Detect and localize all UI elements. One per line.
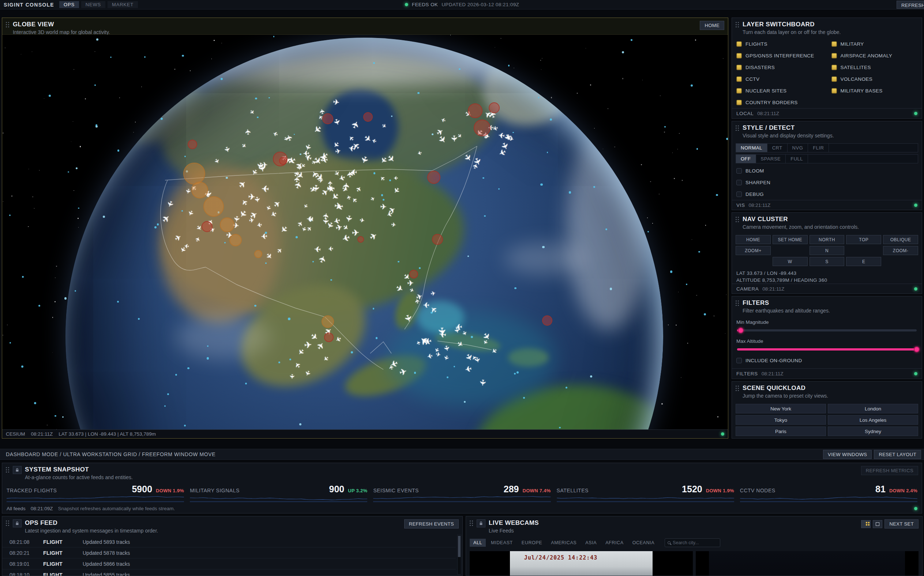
region-tab[interactable]: ALL <box>470 539 486 547</box>
feed-row[interactable]: 08:19:01 FLIGHT Updated 5866 tracks <box>2 558 456 570</box>
aircraft-icon[interactable]: ✈ <box>260 232 268 241</box>
scrollbar-thumb[interactable] <box>458 536 460 557</box>
layer-toggle[interactable]: VOLCANOES <box>827 73 922 85</box>
aircraft-icon[interactable]: ✈ <box>455 322 463 332</box>
city-preset-button[interactable]: Los Angeles <box>828 415 918 425</box>
region-tab[interactable]: EUROPE <box>518 539 546 547</box>
layer-toggle[interactable]: MILITARY <box>827 38 922 50</box>
ops-feed-scrollbar[interactable] <box>457 535 461 574</box>
drag-handle-icon[interactable] <box>6 520 10 526</box>
next-set-button[interactable]: NEXT SET <box>884 519 919 528</box>
drag-handle-icon[interactable] <box>736 217 739 222</box>
slider-thumb[interactable] <box>914 347 919 352</box>
feed-row[interactable]: 08:18:10 FLIGHT Updated 5855 tracks <box>2 570 456 576</box>
top-tab[interactable]: MARKET <box>107 1 138 8</box>
max-altitude-slider[interactable] <box>737 347 917 352</box>
aircraft-icon[interactable]: ✈ <box>478 379 488 386</box>
city-preset-button[interactable]: Paris <box>736 427 826 436</box>
aircraft-icon[interactable]: ✈ <box>332 98 340 107</box>
drag-handle-icon[interactable] <box>736 386 739 392</box>
layer-toggle[interactable]: MILITARY BASES <box>827 85 922 96</box>
city-preset-button[interactable]: London <box>828 404 918 413</box>
drag-handle-icon[interactable] <box>6 22 10 28</box>
view-windows-button[interactable]: VIEW WINDOWS <box>823 450 872 459</box>
camera-nav-button[interactable]: TOP <box>846 235 881 244</box>
city-search-box[interactable] <box>665 538 720 547</box>
camera-nav-button[interactable]: N <box>810 246 845 255</box>
lock-button[interactable] <box>13 466 22 474</box>
layer-toggle[interactable]: CCTV <box>732 73 827 85</box>
city-preset-button[interactable]: Sydney <box>828 427 918 436</box>
density-mode-button[interactable]: FULL <box>786 155 808 163</box>
min-magnitude-slider[interactable] <box>737 328 917 333</box>
aircraft-icon[interactable]: ✈ <box>310 184 321 192</box>
aircraft-icon[interactable]: ✈ <box>318 177 323 184</box>
density-mode-button[interactable]: OFF <box>736 155 756 163</box>
aircraft-icon[interactable]: ✈ <box>407 279 414 288</box>
feed-row[interactable]: 08:20:21 FLIGHT Updated 5878 tracks <box>2 547 456 558</box>
drag-handle-icon[interactable] <box>736 301 739 306</box>
aircraft-icon[interactable]: ✈ <box>334 201 342 211</box>
layer-toggle[interactable]: GPS/GNSS INTERFERENCE <box>732 50 827 61</box>
aircraft-icon[interactable]: ✈ <box>393 175 398 181</box>
single-view-button[interactable] <box>873 520 882 528</box>
camera-nav-button[interactable]: ZOOM+ <box>736 246 771 255</box>
style-mode-button[interactable]: NORMAL <box>736 144 767 152</box>
region-tab[interactable]: ASIA <box>582 539 600 547</box>
lock-button[interactable] <box>476 519 485 527</box>
layer-toggle[interactable]: FLIGHTS <box>732 38 827 50</box>
top-tab[interactable]: OPS <box>59 1 79 8</box>
camera-nav-button[interactable]: NORTH <box>810 235 845 244</box>
region-tab[interactable]: AMERICAS <box>547 539 580 547</box>
slider-thumb[interactable] <box>738 328 744 333</box>
aircraft-icon[interactable]: ✈ <box>321 218 330 224</box>
refresh-metrics-button[interactable]: REFRESH METRICS <box>861 466 918 475</box>
top-tab[interactable]: NEWS <box>81 1 105 8</box>
aircraft-icon[interactable]: ✈ <box>261 183 269 194</box>
style-toggle[interactable]: SHARPEN <box>732 176 922 188</box>
region-tab[interactable]: AFRICA <box>602 539 627 547</box>
city-preset-button[interactable]: New York <box>736 404 826 413</box>
style-toggle[interactable]: DEBUG <box>732 188 922 200</box>
aircraft-icon[interactable]: ✈ <box>380 203 387 211</box>
density-mode-button[interactable]: SPARSE <box>756 155 786 163</box>
style-mode-button[interactable]: CRT <box>767 144 788 152</box>
layer-toggle[interactable]: NUCLEAR SITES <box>732 85 827 96</box>
layer-toggle[interactable]: DISASTERS <box>732 61 827 73</box>
camera-nav-button[interactable]: E <box>846 257 881 266</box>
drag-handle-icon[interactable] <box>6 467 10 473</box>
home-button[interactable]: HOME <box>700 21 724 30</box>
aircraft-icon[interactable]: ✈ <box>314 244 322 254</box>
aircraft-icon[interactable]: ✈ <box>303 149 310 158</box>
aircraft-icon[interactable]: ✈ <box>243 128 253 135</box>
layer-toggle[interactable]: AIRSPACE ANOMALY <box>827 50 922 61</box>
webcam-thumb[interactable] <box>696 551 919 576</box>
aircraft-icon[interactable]: ✈ <box>306 214 313 224</box>
style-mode-button[interactable]: NVG <box>788 144 808 152</box>
include-on-ground-toggle[interactable]: INCLUDE ON-GROUND <box>732 355 922 366</box>
reset-layout-button[interactable]: RESET LAYOUT <box>874 450 921 459</box>
refresh-events-button[interactable]: REFRESH EVENTS <box>404 519 459 528</box>
city-preset-button[interactable]: Tokyo <box>736 415 826 425</box>
aircraft-icon[interactable]: ✈ <box>328 245 334 253</box>
lock-button[interactable] <box>13 519 22 527</box>
layer-toggle[interactable]: SATELLITES <box>827 61 922 73</box>
camera-nav-button[interactable]: SET HOME <box>773 235 808 244</box>
city-search-input[interactable] <box>673 540 717 545</box>
style-mode-button[interactable]: FLIR <box>808 144 829 152</box>
camera-nav-button[interactable]: HOME <box>736 235 771 244</box>
aircraft-icon[interactable]: ✈ <box>248 192 256 202</box>
refresh-button[interactable]: REFRESH <box>897 1 924 9</box>
feed-row[interactable]: 08:21:08 FLIGHT Updated 5893 tracks <box>2 536 456 547</box>
region-tab[interactable]: OCEANIA <box>629 539 658 547</box>
drag-handle-icon[interactable] <box>736 125 739 131</box>
drag-handle-icon[interactable] <box>470 520 473 526</box>
globe-canvas[interactable]: ✈✈✈✈✈✈✈✈✈✈✈✈✈✈✈✈✈✈✈✈✈✈✈✈✈✈✈✈✈✈✈✈✈✈✈✈✈✈✈✈… <box>2 35 728 429</box>
layer-toggle[interactable]: COUNTRY BORDERS <box>732 96 827 108</box>
camera-nav-button[interactable]: S <box>810 257 845 266</box>
camera-nav-button[interactable]: ZOOM- <box>883 246 918 255</box>
aircraft-icon[interactable]: ✈ <box>288 374 296 379</box>
camera-nav-button[interactable]: W <box>773 257 808 266</box>
aircraft-icon[interactable]: ✈ <box>423 301 430 309</box>
aircraft-icon[interactable]: ✈ <box>303 339 313 351</box>
